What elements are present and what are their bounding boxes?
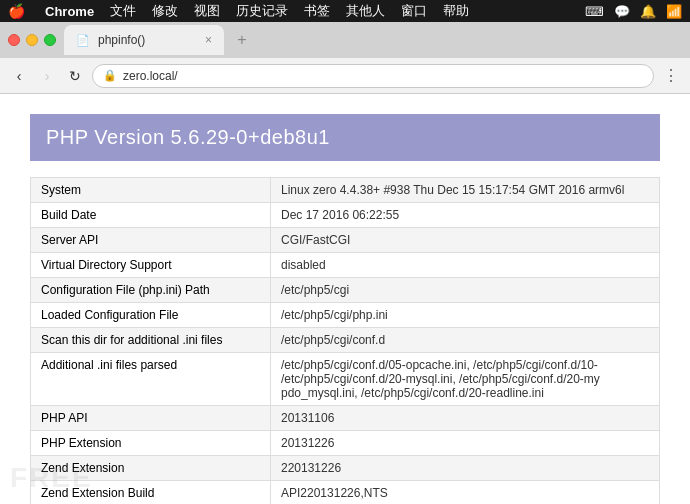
menu-edit[interactable]: 修改 [152,2,178,20]
new-tab-button[interactable]: + [228,26,256,54]
table-row: Zend Extension BuildAPI220131226,NTS [31,481,660,505]
table-row: Server APICGI/FastCGI [31,228,660,253]
row-value: CGI/FastCGI [271,228,660,253]
browser-content: PHP Version 5.6.29-0+deb8u1 SystemLinux … [0,94,690,504]
row-value: /etc/php5/cgi/conf.d/05-opcache.ini, /et… [271,353,660,406]
phpinfo-title: PHP Version 5.6.29-0+deb8u1 [46,126,644,149]
menu-file[interactable]: 文件 [110,2,136,20]
menu-history[interactable]: 历史记录 [236,2,288,20]
address-text: zero.local/ [123,69,178,83]
row-key: Configuration File (php.ini) Path [31,278,271,303]
navigation-bar: ‹ › ↻ 🔒 zero.local/ ⋮ [0,58,690,94]
table-row: PHP API20131106 [31,406,660,431]
row-value: 20131106 [271,406,660,431]
menu-chrome[interactable]: Chrome [45,4,94,19]
row-value: /etc/php5/cgi [271,278,660,303]
menubar-icon-4: 📶 [666,4,682,19]
menubar-icon-2: 💬 [614,4,630,19]
table-row: Virtual Directory Supportdisabled [31,253,660,278]
menubar-icon-3: 🔔 [640,4,656,19]
row-key: System [31,178,271,203]
apple-icon[interactable]: 🍎 [8,3,25,19]
table-row: Build DateDec 17 2016 06:22:55 [31,203,660,228]
row-key: PHP Extension [31,431,271,456]
browser-tab[interactable]: 📄 phpinfo() × [64,25,224,55]
tab-close-button[interactable]: × [205,33,212,47]
menu-bar: 🍎 Chrome 文件 修改 视图 历史记录 书签 其他人 窗口 帮助 ⌨ 💬 … [0,0,690,22]
row-value: API220131226,NTS [271,481,660,505]
row-value: disabled [271,253,660,278]
row-value: Linux zero 4.4.38+ #938 Thu Dec 15 15:17… [271,178,660,203]
menu-dots-button[interactable]: ⋮ [660,65,682,87]
row-value: /etc/php5/cgi/php.ini [271,303,660,328]
phpinfo-page: PHP Version 5.6.29-0+deb8u1 SystemLinux … [0,94,690,504]
close-button[interactable] [8,34,20,46]
table-row: SystemLinux zero 4.4.38+ #938 Thu Dec 15… [31,178,660,203]
maximize-button[interactable] [44,34,56,46]
row-key: Zend Extension [31,456,271,481]
menu-view[interactable]: 视图 [194,2,220,20]
menu-people[interactable]: 其他人 [346,2,385,20]
tab-title: phpinfo() [98,33,145,47]
row-value: 20131226 [271,431,660,456]
table-row: Additional .ini files parsed/etc/php5/cg… [31,353,660,406]
menu-window[interactable]: 窗口 [401,2,427,20]
address-bar[interactable]: 🔒 zero.local/ [92,64,654,88]
titlebar-row: 📄 phpinfo() × + [0,22,690,58]
table-row: Zend Extension220131226 [31,456,660,481]
menu-bookmarks[interactable]: 书签 [304,2,330,20]
table-row: Scan this dir for additional .ini files/… [31,328,660,353]
row-key: Build Date [31,203,271,228]
row-key: Virtual Directory Support [31,253,271,278]
traffic-lights [0,26,64,54]
menubar-icon-1: ⌨ [585,4,604,19]
row-value: 220131226 [271,456,660,481]
refresh-button[interactable]: ↻ [64,65,86,87]
lock-icon: 🔒 [103,69,117,82]
chrome-window: 📄 phpinfo() × + ‹ › ↻ 🔒 zero.local/ ⋮ PH… [0,22,690,504]
table-row: Configuration File (php.ini) Path/etc/ph… [31,278,660,303]
table-row: PHP Extension20131226 [31,431,660,456]
back-button[interactable]: ‹ [8,65,30,87]
row-key: Loaded Configuration File [31,303,271,328]
menu-help[interactable]: 帮助 [443,2,469,20]
row-key: Server API [31,228,271,253]
tab-favicon: 📄 [76,34,90,47]
row-key: PHP API [31,406,271,431]
row-key: Zend Extension Build [31,481,271,505]
table-row: Loaded Configuration File/etc/php5/cgi/p… [31,303,660,328]
forward-button[interactable]: › [36,65,58,87]
minimize-button[interactable] [26,34,38,46]
row-key: Additional .ini files parsed [31,353,271,406]
phpinfo-header: PHP Version 5.6.29-0+deb8u1 [30,114,660,161]
row-value: Dec 17 2016 06:22:55 [271,203,660,228]
menu-bar-right-icons: ⌨ 💬 🔔 📶 [585,4,682,19]
phpinfo-table: SystemLinux zero 4.4.38+ #938 Thu Dec 15… [30,177,660,504]
row-key: Scan this dir for additional .ini files [31,328,271,353]
row-value: /etc/php5/cgi/conf.d [271,328,660,353]
